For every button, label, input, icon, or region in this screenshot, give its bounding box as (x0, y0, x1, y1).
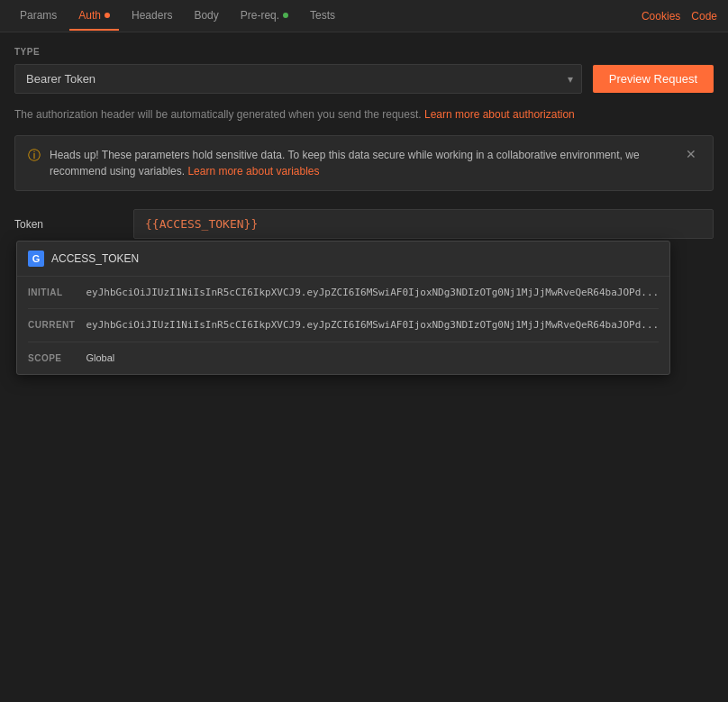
tab-prereq[interactable]: Pre-req. (232, 2, 297, 31)
type-label: TYPE (14, 47, 714, 57)
tab-bar-right: Cookies Code (642, 10, 717, 23)
tab-body[interactable]: Body (185, 2, 227, 31)
tab-tests-label: Tests (310, 9, 335, 22)
auth-dot (105, 13, 110, 18)
dropdown-header: G ACCESS_TOKEN (17, 242, 669, 277)
initial-value: eyJhbGciOiJIUzI1NiIsInR5cCI6IkpXVCJ9.eyJ… (86, 286, 659, 299)
close-icon[interactable]: ✕ (682, 147, 700, 161)
tab-headers-label: Headers (132, 9, 172, 22)
token-input[interactable] (133, 209, 714, 239)
preview-request-button[interactable]: Preview Request (593, 65, 714, 93)
tab-headers[interactable]: Headers (123, 2, 181, 31)
type-row: No Auth API Key Bearer Token Basic Auth … (14, 64, 714, 94)
warning-banner: ⓘ Heads up! These parameters hold sensit… (14, 135, 714, 191)
scope-label: SCOPE (28, 351, 75, 365)
current-value: eyJhbGciOiJIUzI1NiIsInR5cCI6IkpXVCJ9.eyJ… (86, 318, 659, 332)
prereq-dot (283, 13, 288, 18)
tab-prereq-label: Pre-req. (241, 9, 279, 22)
tab-params[interactable]: Params (11, 2, 66, 31)
cookies-link[interactable]: Cookies (642, 10, 680, 23)
tab-bar: Params Auth Headers Body Pre-req. Tests … (0, 0, 728, 32)
warning-main-text: Heads up! These parameters hold sensitiv… (50, 149, 640, 178)
warning-icon: ⓘ (28, 148, 41, 164)
token-input-wrapper: G ACCESS_TOKEN INITIAL eyJhbGciOiJIUzI1N… (133, 209, 714, 239)
dropdown-table: INITIAL eyJhbGciOiJIUzI1NiIsInR5cCI6IkpX… (17, 277, 669, 374)
token-row: Token G ACCESS_TOKEN INITIAL eyJhbGciOiJ… (14, 209, 714, 239)
variable-name: ACCESS_TOKEN (51, 252, 139, 265)
tab-bar-left: Params Auth Headers Body Pre-req. Tests (11, 2, 642, 31)
current-label: CURRENT (28, 318, 75, 332)
divider (28, 308, 659, 309)
learn-more-variables-link[interactable]: Learn more about variables (187, 165, 319, 178)
tab-body-label: Body (194, 9, 218, 22)
tab-params-label: Params (20, 9, 57, 22)
auth-info-main: The authorization header will be automat… (14, 108, 422, 121)
warning-text: Heads up! These parameters hold sensitiv… (50, 147, 673, 179)
auth-info-text: The authorization header will be automat… (14, 106, 714, 123)
tab-auth-label: Auth (78, 9, 101, 22)
learn-more-authorization-link[interactable]: Learn more about authorization (424, 108, 575, 121)
token-label: Token (14, 209, 123, 231)
variable-dropdown: G ACCESS_TOKEN INITIAL eyJhbGciOiJIUzI1N… (16, 241, 670, 375)
type-select-wrapper: No Auth API Key Bearer Token Basic Auth … (14, 64, 582, 94)
code-link[interactable]: Code (691, 10, 717, 23)
scope-value: Global (86, 351, 659, 365)
initial-label: INITIAL (28, 286, 75, 299)
tab-auth[interactable]: Auth (69, 2, 119, 31)
bearer-token-select[interactable]: No Auth API Key Bearer Token Basic Auth … (14, 64, 582, 94)
g-badge: G (28, 251, 44, 267)
main-content: TYPE No Auth API Key Bearer Token Basic … (0, 32, 728, 253)
tab-tests[interactable]: Tests (301, 2, 344, 31)
divider-2 (28, 342, 659, 342)
